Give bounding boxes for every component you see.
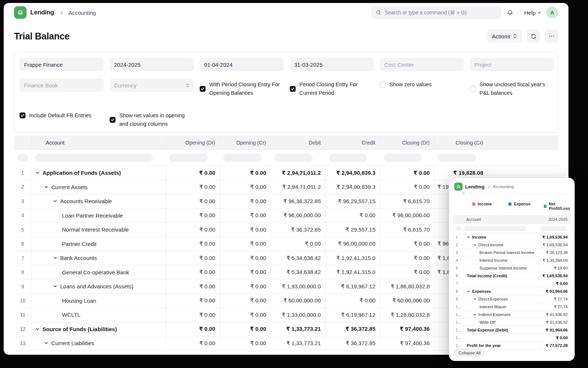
chart-axis-label: 0	[463, 191, 464, 195]
legend-item-net-profit-loss[interactable]: Net Profit/Loss	[544, 202, 574, 211]
pnl-table-row[interactable]: 6Total Income (Credit)₹ 1,69,536.94	[453, 272, 571, 280]
legend-dot-icon	[544, 205, 547, 208]
legend-item-expense[interactable]: Expense	[508, 202, 530, 206]
chevron-down-icon[interactable]	[473, 298, 477, 301]
legend-item-income[interactable]: Income	[472, 202, 492, 206]
chevron-down-icon[interactable]	[473, 243, 477, 247]
account-cell: Expenses	[464, 288, 539, 295]
filter-row-1: Frappe Finance 2024-2025 01-04-2024 31-0…	[20, 58, 553, 71]
credit-cell: ₹ 96,00,000.00	[326, 237, 380, 251]
row-number: 11	[14, 308, 32, 322]
column-filter-input[interactable]	[223, 154, 262, 162]
opening-cr-cell: ₹ 0.00	[220, 209, 271, 223]
chevron-down-icon[interactable]	[53, 256, 57, 260]
app-name[interactable]: Lending	[465, 184, 485, 190]
column-filter-input[interactable]	[455, 226, 461, 231]
column-filter-input[interactable]	[274, 154, 313, 162]
chevron-down-icon[interactable]	[35, 171, 39, 175]
header-account[interactable]: Account	[453, 217, 539, 222]
breadcrumb-item-accounting[interactable]: Accounting	[493, 184, 514, 189]
chevron-down-icon[interactable]	[473, 313, 477, 316]
credit-cell: ₹ 1,92,41,315.0	[326, 251, 380, 265]
pnl-table-body: 1Income₹ 1,69,536.942Direct Income₹ 1,69…	[453, 233, 571, 350]
account-name: Loans and Advances (Assets)	[60, 283, 133, 289]
actions-button[interactable]: Actions	[487, 29, 522, 43]
breadcrumb-item-accounting[interactable]: Accounting	[69, 10, 96, 16]
pnl-table-row[interactable]: 1...₹ 0.00	[453, 334, 571, 342]
checkbox-show-zero-values[interactable]: Show zero values	[380, 80, 464, 89]
row-number: 12	[14, 322, 32, 336]
filters-panel: Frappe Finance 2024-2025 01-04-2024 31-0…	[14, 52, 558, 133]
chevron-down-icon[interactable]	[53, 284, 57, 288]
header-closing-dr[interactable]: Closing (Dr)	[380, 136, 434, 149]
chevron-down-icon[interactable]	[53, 199, 57, 203]
company-filter[interactable]: Frappe Finance	[20, 58, 104, 71]
chevron-down-icon[interactable]	[44, 341, 48, 345]
header-closing-cr[interactable]: Closing (Cr)	[434, 136, 488, 149]
pnl-table-row[interactable]: 1Income₹ 1,69,536.94	[453, 233, 571, 241]
pnl-table-row[interactable]: 1...Profit for the year₹ 77,572.28	[453, 342, 571, 350]
help-menu[interactable]: Help	[524, 10, 541, 16]
pnl-table-row[interactable]: 1...Write Off₹ 91,936.92	[453, 319, 571, 326]
checkbox-show-unclosed-pnl[interactable]: Show unclosed fiscal year's P&L balances	[470, 80, 554, 97]
chevron-down-icon[interactable]	[467, 290, 470, 293]
header-opening-dr[interactable]: Opening (Dr)	[166, 136, 220, 149]
header-credit[interactable]: Credit	[326, 136, 380, 149]
app-name[interactable]: Lending	[30, 9, 54, 16]
opening-cr-cell: ₹ 0.00	[220, 223, 271, 237]
more-options-button[interactable]	[545, 29, 558, 43]
pnl-table-row[interactable]: 8Expenses₹ 91,964.66	[453, 288, 571, 295]
column-filter-input[interactable]	[35, 154, 153, 162]
to-date-filter[interactable]: 31-03-2025	[290, 58, 374, 71]
notifications-button[interactable]	[506, 9, 513, 16]
refresh-button[interactable]	[527, 29, 540, 43]
app-logo-icon[interactable]	[454, 183, 463, 191]
currency-filter[interactable]: Currency	[110, 79, 194, 92]
debit-cell: ₹ 60,00,000.00	[271, 294, 326, 308]
cost-center-filter[interactable]: Cost Center	[380, 58, 464, 71]
pnl-table-row[interactable]: 4Interest Income₹ 1,30,394.06	[453, 257, 571, 264]
checkbox-with-period-closing-opening[interactable]: With Period Closing Entry For Opening Ba…	[200, 80, 284, 97]
pnl-table-row[interactable]: 1...Interest Waiver₹ 27.74	[453, 303, 571, 311]
checkbox-show-net-values[interactable]: Show net values in opening and closing c…	[110, 111, 194, 128]
header-debit[interactable]: Debit	[271, 136, 326, 149]
column-filter-input[interactable]	[464, 226, 526, 231]
checkbox-period-closing-current[interactable]: Period Closing Entry For Current Period	[290, 80, 374, 97]
chevron-down-icon[interactable]	[467, 236, 470, 239]
finance-book-filter[interactable]: Finance Book	[20, 79, 104, 92]
chevron-down-icon[interactable]	[44, 185, 48, 189]
avatar[interactable]: A	[546, 7, 558, 18]
header-opening-cr[interactable]: Opening (Cr)	[220, 136, 271, 149]
column-filter-input[interactable]	[540, 226, 566, 231]
column-filter-input[interactable]	[329, 154, 367, 162]
pnl-table-row[interactable]: 1...Indirect Expenses₹ 91,936.92	[453, 311, 571, 319]
fiscal-year-filter[interactable]: 2024-2025	[110, 58, 194, 71]
pnl-table-row[interactable]: 2Direct Income₹ 1,69,536.94	[453, 241, 571, 249]
pnl-table-row[interactable]: 5Suspense Interest Income₹ 19.60	[453, 264, 571, 272]
chevron-down-icon[interactable]	[35, 327, 39, 331]
column-filter-input[interactable]	[169, 154, 208, 162]
search-input[interactable]: Search or type a command (⌘ + G)	[371, 6, 501, 19]
project-filter[interactable]: Project	[470, 58, 554, 71]
account-cell: Partner Credit	[32, 237, 166, 251]
account-name: Partner Credit	[62, 241, 96, 247]
header-account[interactable]: Account	[32, 136, 166, 149]
debit-cell: ₹ 1,33,773.21	[271, 322, 326, 336]
column-filter-input[interactable]	[438, 154, 476, 162]
opening-cr-cell: ₹ 0.00	[220, 166, 271, 180]
checkbox-include-default-fb[interactable]: Include Default FB Entries	[20, 111, 104, 120]
debit-cell: ₹ 96,36,372.85	[271, 194, 326, 208]
row-number: 13	[14, 336, 32, 350]
column-filter-input[interactable]	[18, 154, 28, 162]
app-logo-icon[interactable]	[14, 6, 27, 19]
pnl-table-row[interactable]: 3Broken Period Interest Income₹ 39,123.2…	[453, 249, 571, 257]
pnl-table-row[interactable]: 9Direct Expenses₹ 27.74	[453, 295, 571, 303]
opening-dr-cell: ₹ 0.00	[166, 166, 220, 180]
pnl-table-row[interactable]: 7₹ 0.00	[453, 280, 571, 288]
collapse-all-button[interactable]: Collapse All	[454, 349, 485, 357]
header-fiscal-year[interactable]: 2024-2025	[539, 217, 571, 222]
from-date-filter[interactable]: 01-04-2024	[200, 58, 284, 71]
checkbox-label: Show zero values	[389, 80, 431, 89]
column-filter-input[interactable]	[384, 154, 422, 162]
pnl-table-row[interactable]: 1...Total Expense (Debit)₹ 91,964.66	[453, 326, 571, 334]
